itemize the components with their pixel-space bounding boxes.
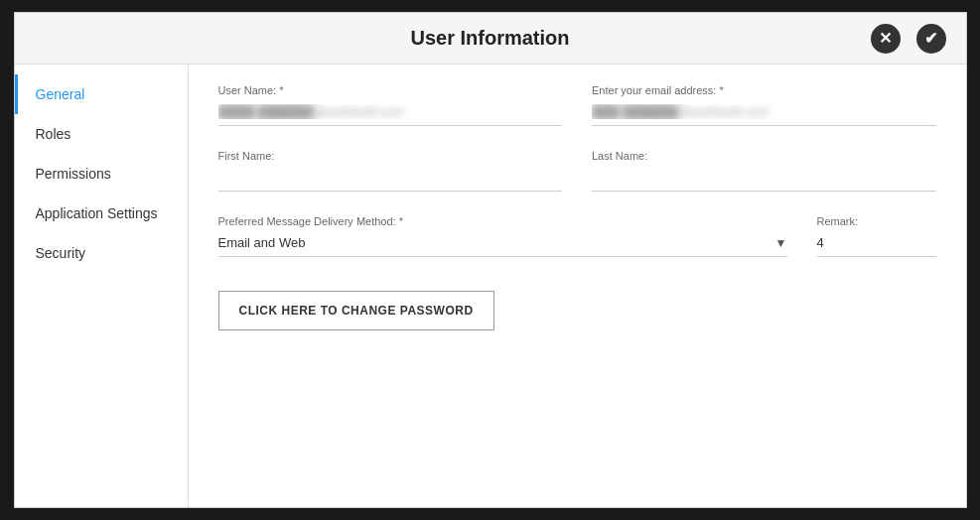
username-label: User Name: * [218,84,563,96]
username-input[interactable] [218,100,563,126]
lastname-field: Last Name: [592,150,936,192]
check-icon: ✔ [924,29,937,48]
remark-value: 4 [817,231,936,257]
delivery-remark-row: Preferred Message Delivery Method: * Ema… [218,215,936,257]
sidebar-item-roles[interactable]: Roles [15,114,188,154]
sidebar-item-security[interactable]: Security [15,233,188,273]
dialog-header: User Information ✕ ✔ [15,13,966,65]
sidebar-item-application-settings[interactable]: Application Settings [15,194,188,233]
email-input[interactable] [592,100,936,126]
sidebar-item-general-label: General [36,86,85,102]
change-password-button[interactable]: CLICK HERE TO CHANGE PASSWORD [218,291,494,330]
firstname-input[interactable] [218,166,563,192]
lastname-input[interactable] [592,166,936,192]
delivery-field: Preferred Message Delivery Method: * Ema… [218,215,787,257]
sidebar-item-permissions-label: Permissions [36,166,111,182]
remark-field: Remark: 4 [817,215,936,257]
user-information-dialog: User Information ✕ ✔ General Roles Permi… [14,12,967,508]
dropdown-arrow-icon: ▼ [775,236,787,250]
email-label: Enter your email address: * [592,84,936,96]
sidebar-item-application-settings-label: Application Settings [36,205,158,221]
dialog-body: General Roles Permissions Application Se… [15,65,966,507]
name-row: First Name: Last Name: [218,150,936,192]
delivery-label: Preferred Message Delivery Method: * [218,215,787,227]
username-email-row: User Name: * Enter your email address: * [218,84,936,126]
close-button[interactable]: ✕ [871,24,901,54]
change-password-section: CLICK HERE TO CHANGE PASSWORD [218,281,936,330]
username-field: User Name: * [218,84,563,126]
email-field: Enter your email address: * [592,84,936,126]
lastname-label: Last Name: [592,150,936,162]
sidebar-item-security-label: Security [36,245,86,261]
close-icon: ✕ [879,29,892,48]
form-content: User Name: * Enter your email address: *… [189,65,966,507]
remark-label: Remark: [817,215,936,227]
confirm-button[interactable]: ✔ [916,24,946,54]
delivery-value: Email and Web [218,235,771,250]
delivery-select[interactable]: Email and Web ▼ [218,231,787,257]
sidebar-item-roles-label: Roles [36,126,71,142]
header-actions: ✕ ✔ [871,24,946,54]
sidebar-item-permissions[interactable]: Permissions [15,154,188,194]
sidebar-item-general[interactable]: General [15,74,188,114]
dialog-title: User Information [410,27,569,50]
sidebar: General Roles Permissions Application Se… [15,65,189,507]
firstname-label: First Name: [218,150,563,162]
firstname-field: First Name: [218,150,563,192]
